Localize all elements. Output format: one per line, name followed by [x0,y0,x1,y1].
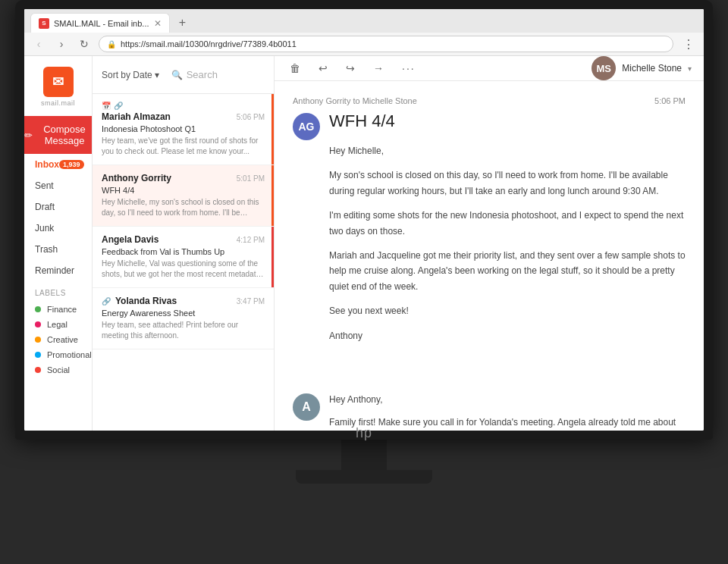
monitor: S SMAIL.MAIL - Email inb... ✕ + ‹ › ↻ 🔒 … [0,0,728,564]
browser-tab[interactable]: S SMAIL.MAIL - Email inb... ✕ [30,13,170,33]
body-signature: Anthony [329,328,686,343]
forward-button[interactable]: → [370,59,387,77]
sidebar-nav: Inbox 1,939 Sent Draft Junk [24,154,92,431]
email-time: 5:01 PM [237,174,265,183]
user-name: Michelle Stone [622,63,682,74]
new-tab-button[interactable]: + [173,13,193,33]
sidebar-sent-label: Sent [35,180,54,191]
reply-para-1: Family first! Make sure you call in for … [329,415,686,431]
body-para-1: My son's school is closed on this day, s… [329,168,686,199]
email-detail-content: WFH 4/4 Hey Michelle, My son's school is… [329,111,686,352]
email-from-to: Anthony Gorrity to Michelle Stone [293,96,417,105]
sidebar-item-trash[interactable]: Trash [24,239,92,260]
sort-button[interactable]: Sort by Date ▾ [102,70,159,80]
label-finance[interactable]: Finance [35,302,81,317]
email-preview: Hey Michelle, Val was questioning some o… [102,258,265,280]
reply-greeting: Hey Anthony, [329,392,686,407]
monitor-stand-neck [341,440,387,470]
monitor-screen: S SMAIL.MAIL - Email inb... ✕ + ‹ › ↻ 🔒 … [24,9,704,431]
delete-button[interactable]: 🗑 [287,59,303,77]
user-chevron-icon: ▾ [688,64,692,73]
email-item[interactable]: Anthony Gorrity 5:01 PM WFH 4/4 Hey Mich… [93,165,274,227]
social-dot [35,367,41,373]
sidebar-draft-label: Draft [35,202,55,212]
label-legal[interactable]: Legal [35,317,81,332]
undo-button[interactable]: ↩ [315,59,331,77]
creative-dot [35,337,41,343]
email-detail-time: 5:06 PM [654,96,686,105]
email-detail-panel: 🗑 ↩ ↪ → ··· MS Michelle Stone ▾ A [275,56,704,431]
labels-title: Labels [35,289,81,297]
secure-icon: 🔒 [107,40,116,49]
link-icon: 🔗 [114,102,123,110]
label-promotional[interactable]: Promotional [35,347,81,362]
sidebar-item-reminder[interactable]: Reminder [24,260,92,281]
email-subject: Indonesia Photoshoot Q1 [102,124,265,133]
redo-button[interactable]: ↪ [343,59,358,77]
address-text: https://smail.mail/10300/nrgdrive/77389.… [121,39,297,49]
finance-dot [35,306,41,312]
calendar-icon: 📅 [102,102,111,110]
search-label: Search [187,69,218,80]
email-time: 4:12 PM [237,236,265,244]
social-label: Social [47,365,70,374]
logo-icon: ✉ [43,67,74,97]
app-logo: ✉ smail.mail [24,62,92,116]
sidebar: ✉ smail.mail ✏ Compose Message Inbox 1,9… [24,56,93,431]
sidebar-item-junk[interactable]: Junk [24,218,92,239]
body-para-3: Mariah and Jacqueline got me their prior… [329,248,686,294]
avatar: MS [592,56,616,80]
sidebar-item-inbox[interactable]: Inbox 1,939 [24,154,92,175]
sidebar-item-sent[interactable]: Sent [24,175,92,196]
email-body: Hey Michelle, My son's school is closed … [329,143,686,343]
email-item[interactable]: Angela Davis 4:12 PM Feedback from Val i… [93,227,274,288]
email-time: 5:06 PM [237,113,265,121]
sidebar-inbox-label: Inbox [35,159,59,170]
tab-bar: S SMAIL.MAIL - Email inb... ✕ + [24,9,704,33]
body-greeting: Hey Michelle, [329,143,686,158]
email-sender: Anthony Gorrity [102,173,171,183]
email-item[interactable]: 🔗 Yolanda Rivas 3:47 PM Energy Awareness… [93,288,274,349]
refresh-button[interactable]: ↻ [76,36,93,52]
monitor-stand-base [296,470,432,484]
sidebar-labels-section: Labels Finance Legal Creat [24,281,92,382]
user-profile-area: MS Michelle Stone ▾ [592,56,692,80]
legal-dot [35,321,41,327]
browser-chrome: S SMAIL.MAIL - Email inb... ✕ + ‹ › ↻ 🔒 … [24,9,704,56]
tab-close-button[interactable]: ✕ [154,18,162,29]
tab-favicon-icon: S [39,18,49,29]
monitor-bezel: S SMAIL.MAIL - Email inb... ✕ + ‹ › ↻ 🔒 … [15,0,713,440]
label-social[interactable]: Social [35,362,81,378]
body-sign-off: See you next week! [329,303,686,318]
email-reply-section: A Hey Anthony, Family first! Make sure y… [275,392,704,431]
email-subject-heading: WFH 4/4 [329,111,686,131]
priority-indicator [271,94,274,164]
browser-menu-button[interactable]: ⋮ [679,37,698,52]
app-container: ✉ smail.mail ✏ Compose Message Inbox 1,9… [24,56,704,431]
email-preview: Hey team, see attached! Print before our… [102,320,265,341]
email-sender: Angela Davis [102,234,158,245]
finance-label: Finance [47,305,77,314]
priority-indicator [271,165,274,226]
promotional-dot [35,352,41,358]
hp-logo: hp [356,425,372,441]
search-area[interactable]: 🔍 Search [171,69,265,80]
email-list-toolbar: Sort by Date ▾ 🔍 Search [93,56,274,94]
logo-text: smail.mail [41,99,75,107]
sidebar-item-draft[interactable]: Draft [24,196,92,218]
sidebar-junk-label: Junk [35,223,54,233]
more-options-button[interactable]: ··· [399,59,419,77]
email-item[interactable]: 📅 🔗 Mariah Almazan 5:06 PM Indonesia Pho… [93,94,274,165]
email-meta: Anthony Gorrity to Michelle Stone 5:06 P… [293,96,686,105]
address-bar: ‹ › ↻ 🔒 https://smail.mail/10300/nrgdriv… [24,33,704,55]
priority-indicator [271,227,274,287]
back-button[interactable]: ‹ [30,36,47,52]
label-creative[interactable]: Creative [35,332,81,347]
email-time: 3:47 PM [237,297,265,306]
address-field[interactable]: 🔒 https://smail.mail/10300/nrgdrive/7738… [99,36,673,52]
promotional-label: Promotional [47,350,92,359]
sidebar-reminder-label: Reminder [35,265,74,276]
compose-button[interactable]: ✏ Compose Message [24,116,92,154]
email-list-panel: Sort by Date ▾ 🔍 Search 📅 [93,56,275,431]
forward-button[interactable]: › [53,36,70,52]
